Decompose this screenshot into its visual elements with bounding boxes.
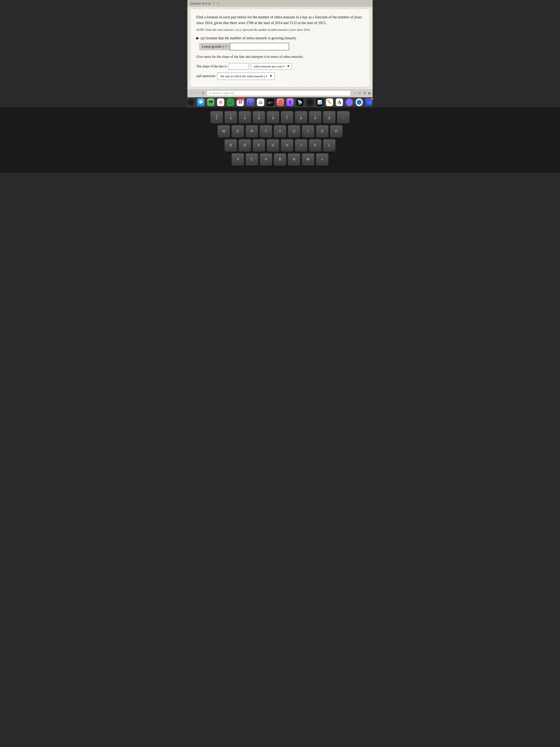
qwerty-row: W E R T Y U I O P bbox=[3, 125, 557, 138]
linear-growth-row: Linear growth: y = bbox=[199, 43, 364, 50]
add-icon[interactable]: ⊕ bbox=[358, 91, 361, 95]
key-i[interactable]: I bbox=[302, 125, 315, 138]
key-s[interactable]: S bbox=[224, 139, 237, 152]
key-comma[interactable]: < bbox=[316, 153, 328, 166]
represents-select-wrapper[interactable]: the rate at which the zebra mussel popul… bbox=[217, 73, 275, 80]
key-l[interactable]: L bbox=[323, 139, 336, 152]
dock-launchpad[interactable]: ⋮⋮ bbox=[246, 98, 254, 106]
calendar-day: 23 bbox=[239, 101, 242, 104]
teams-badge: 1 bbox=[371, 98, 373, 100]
dock-facetime[interactable]: 📹 bbox=[227, 98, 234, 106]
key-e[interactable]: E bbox=[232, 125, 244, 138]
key-j[interactable]: J bbox=[295, 139, 308, 152]
dock-calendar[interactable]: FEB 23 6 bbox=[237, 98, 244, 106]
key-0[interactable]: ) 0 bbox=[323, 111, 336, 124]
key-m[interactable]: M bbox=[302, 153, 315, 166]
represents-row: and represents the rate at which the zeb… bbox=[196, 73, 364, 80]
dock-siri2[interactable]: 🌀 bbox=[346, 98, 353, 106]
refresh-button[interactable]: ↻ bbox=[202, 91, 204, 95]
units-dropdown-icon: ▼ bbox=[287, 65, 290, 68]
key-t[interactable]: T bbox=[260, 125, 272, 138]
dock-teams[interactable]: 👥 1 bbox=[365, 98, 373, 106]
linear-growth-input[interactable] bbox=[230, 43, 289, 50]
key-b[interactable]: B bbox=[274, 153, 286, 166]
url-placeholder[interactable]: Search or type URL bbox=[212, 92, 235, 95]
dock-finder[interactable]: 🗂 bbox=[257, 98, 264, 106]
dock-appletv[interactable]: 📺 tv bbox=[267, 98, 274, 106]
key-o[interactable]: O bbox=[316, 125, 328, 138]
dock-messages[interactable]: 💬 bbox=[197, 98, 205, 106]
dock-maps[interactable]: 🗺 bbox=[207, 98, 214, 106]
represents-select[interactable]: the rate at which the zebra mussel popul… bbox=[220, 74, 268, 78]
key-4[interactable]: $ 4 bbox=[239, 111, 251, 124]
screen: Question 8 of 10 < > Find a formula in e… bbox=[187, 0, 373, 107]
problem-note: NOTE: Enter the exact answers. Let y rep… bbox=[196, 28, 364, 32]
key-g[interactable]: G bbox=[267, 139, 279, 152]
key-w[interactable]: W bbox=[217, 125, 230, 138]
key-minus[interactable]: _ - bbox=[337, 111, 350, 124]
dock-notification[interactable]: 📡 bbox=[296, 98, 303, 106]
key-h[interactable]: H bbox=[281, 139, 293, 152]
dock-chrome[interactable]: 🔵 bbox=[355, 98, 363, 106]
dock-photos[interactable]: 🌸 bbox=[217, 98, 224, 106]
slope-row: The slope of the line is zebra mussels p… bbox=[196, 63, 364, 70]
key-9[interactable]: ( 9 bbox=[309, 111, 321, 124]
content-card: Find a formula in each part below for th… bbox=[190, 9, 370, 87]
question-label: Question 8 of 10 bbox=[190, 2, 211, 5]
give-units-text: Give units for the slope of the line and… bbox=[196, 54, 364, 59]
dock-bar: ⊘ 💬 🗺 🌸 📹 FEB 23 6 ⋮⋮ 🗂 bbox=[187, 97, 373, 107]
browser-bar: ← → ↻ G Search or type URL ☆ ⊕ ⚙ ◀ bbox=[187, 89, 373, 97]
calendar-badge: 6 bbox=[242, 98, 245, 100]
key-8[interactable]: * 8 bbox=[295, 111, 308, 124]
url-bar[interactable]: G Search or type URL bbox=[207, 91, 351, 96]
units-select-wrapper[interactable]: zebra mussels per yearzebra musselsyears… bbox=[251, 63, 292, 70]
key-7[interactable]: & 7 bbox=[281, 111, 293, 124]
key-3[interactable]: # 3 bbox=[224, 111, 237, 124]
key-n[interactable]: N bbox=[288, 153, 300, 166]
dock-siri[interactable]: ⊘ bbox=[187, 98, 195, 106]
dock-music[interactable]: 🎵 bbox=[277, 98, 284, 106]
linear-growth-label: Linear growth: y = bbox=[199, 43, 230, 50]
key-c[interactable]: C bbox=[245, 153, 258, 166]
key-x[interactable]: X bbox=[232, 153, 244, 166]
key-k[interactable]: K bbox=[309, 139, 321, 152]
slope-label: The slope of the line is bbox=[196, 65, 227, 68]
key-f[interactable]: F bbox=[252, 139, 265, 152]
represents-dropdown-icon: ▼ bbox=[269, 74, 272, 78]
dock-stats[interactable]: 📊 bbox=[316, 98, 323, 106]
represents-label: and represents bbox=[196, 73, 215, 78]
key-r[interactable]: R bbox=[245, 125, 258, 138]
number-row: @ 2 # 3 $ 4 % 5 ^ 6 & 7 * 8 ( 9 bbox=[3, 111, 557, 124]
menu-icon[interactable]: ◀ bbox=[368, 91, 370, 95]
key-5[interactable]: % 5 bbox=[252, 111, 265, 124]
key-y[interactable]: Y bbox=[274, 125, 286, 138]
key-v[interactable]: V bbox=[260, 153, 272, 166]
part-a-label: ▶ (a) Assume that the number of zebra mu… bbox=[196, 36, 364, 40]
dock-monitor[interactable]: 🖥 bbox=[306, 98, 313, 106]
bookmark-icon[interactable]: ☆ bbox=[353, 91, 356, 95]
next-arrow[interactable]: > bbox=[217, 1, 219, 5]
browser-menu-icons: ⚙ ◀ bbox=[363, 91, 370, 95]
dock-textedit[interactable]: A bbox=[336, 98, 343, 106]
zxcv-row: X C V B N M < bbox=[3, 153, 557, 166]
key-6[interactable]: ^ 6 bbox=[267, 111, 279, 124]
problem-main-text: Find a formula in each part below for th… bbox=[196, 14, 364, 26]
prev-arrow[interactable]: < bbox=[213, 1, 215, 5]
dock-script[interactable]: ✏️ bbox=[326, 98, 333, 106]
keyboard-area: @ 2 # 3 $ 4 % 5 ^ 6 & 7 * 8 ( 9 bbox=[0, 107, 560, 173]
back-button[interactable]: ← bbox=[190, 91, 193, 95]
dock-podcasts[interactable]: 🎙 bbox=[287, 98, 294, 106]
question-nav: Question 8 of 10 < > bbox=[187, 0, 373, 7]
key-u[interactable]: U bbox=[288, 125, 300, 138]
google-icon: G bbox=[209, 92, 211, 95]
settings-icon[interactable]: ⚙ bbox=[363, 91, 366, 95]
arrow-icon: ▶ bbox=[196, 36, 199, 40]
slope-input[interactable] bbox=[229, 63, 249, 70]
key-2[interactable]: @ 2 bbox=[210, 111, 223, 124]
asdf-row: S D F G H J K L bbox=[3, 139, 557, 152]
units-select[interactable]: zebra mussels per yearzebra musselsyears… bbox=[253, 65, 285, 68]
forward-button[interactable]: → bbox=[196, 91, 199, 95]
key-d[interactable]: D bbox=[239, 139, 251, 152]
key-p[interactable]: P bbox=[330, 125, 343, 138]
